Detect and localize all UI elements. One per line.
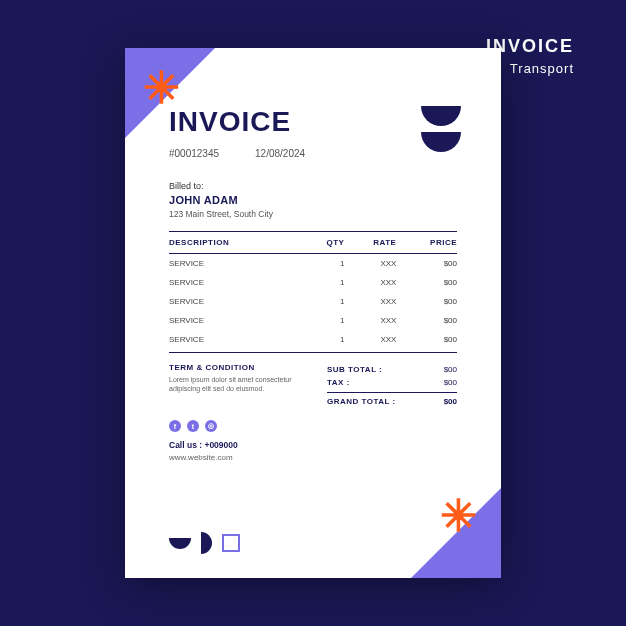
cell-rate: XXX — [344, 330, 396, 353]
col-rate: RATE — [344, 232, 396, 254]
table-row: SERVICE1XXX$00 — [169, 273, 457, 292]
cell-price: $00 — [396, 311, 457, 330]
col-qty: QTY — [304, 232, 344, 254]
grand-total-value: $00 — [444, 397, 457, 406]
cell-rate: XXX — [344, 311, 396, 330]
tax-value: $00 — [444, 378, 457, 387]
cell-price: $00 — [396, 292, 457, 311]
subtotal-value: $00 — [444, 365, 457, 374]
terms-text: Lorem ipsum dolor sit amet consectetur a… — [169, 375, 319, 393]
col-description: DESCRIPTION — [169, 232, 304, 254]
invoice-date: 12/08/2024 — [255, 148, 305, 159]
invoice-title: INVOICE — [169, 106, 457, 138]
half-circle-icon — [201, 532, 212, 554]
instagram-icon: ◎ — [205, 420, 217, 432]
table-row: SERVICE1XXX$00 — [169, 330, 457, 353]
cell-qty: 1 — [304, 273, 344, 292]
cell-qty: 1 — [304, 254, 344, 274]
totals-block: SUB TOTAL :$00 TAX :$00 GRAND TOTAL :$00 — [327, 363, 457, 408]
line-items-table: DESCRIPTION QTY RATE PRICE SERVICE1XXX$0… — [169, 231, 457, 353]
footer-shapes — [169, 532, 240, 554]
cell-price: $00 — [396, 254, 457, 274]
asterisk-icon: ✳ — [440, 494, 477, 538]
cell-desc: SERVICE — [169, 273, 304, 292]
billed-to-name: JOHN ADAM — [169, 194, 457, 206]
cell-rate: XXX — [344, 254, 396, 274]
cell-desc: SERVICE — [169, 292, 304, 311]
cell-desc: SERVICE — [169, 311, 304, 330]
col-price: PRICE — [396, 232, 457, 254]
tax-label: TAX : — [327, 378, 350, 387]
invoice-page: ✳ ✳ INVOICE #00012345 12/08/2024 Billed … — [125, 48, 501, 578]
table-row: SERVICE1XXX$00 — [169, 311, 457, 330]
table-row: SERVICE1XXX$00 — [169, 292, 457, 311]
terms-label: TERM & CONDITION — [169, 363, 319, 372]
billed-to-address: 123 Main Street, South City — [169, 209, 457, 219]
phone-label: Call us : +009000 — [169, 440, 457, 450]
cell-rate: XXX — [344, 273, 396, 292]
terms-block: TERM & CONDITION Lorem ipsum dolor sit a… — [169, 363, 319, 408]
cell-price: $00 — [396, 330, 457, 353]
cell-qty: 1 — [304, 311, 344, 330]
cell-desc: SERVICE — [169, 254, 304, 274]
cell-desc: SERVICE — [169, 330, 304, 353]
grand-total-label: GRAND TOTAL : — [327, 397, 396, 406]
table-row: SERVICE1XXX$00 — [169, 254, 457, 274]
twitter-icon: t — [187, 420, 199, 432]
billed-to-label: Billed to: — [169, 181, 457, 191]
cell-rate: XXX — [344, 292, 396, 311]
asterisk-icon: ✳ — [143, 66, 180, 110]
cell-qty: 1 — [304, 330, 344, 353]
cell-price: $00 — [396, 273, 457, 292]
cell-qty: 1 — [304, 292, 344, 311]
website-label: www.website.com — [169, 453, 457, 462]
subtotal-label: SUB TOTAL : — [327, 365, 382, 374]
invoice-number: #00012345 — [169, 148, 219, 159]
square-icon — [222, 534, 240, 552]
facebook-icon: f — [169, 420, 181, 432]
social-icons: f t ◎ — [169, 420, 457, 432]
half-circle-icon — [169, 538, 191, 549]
